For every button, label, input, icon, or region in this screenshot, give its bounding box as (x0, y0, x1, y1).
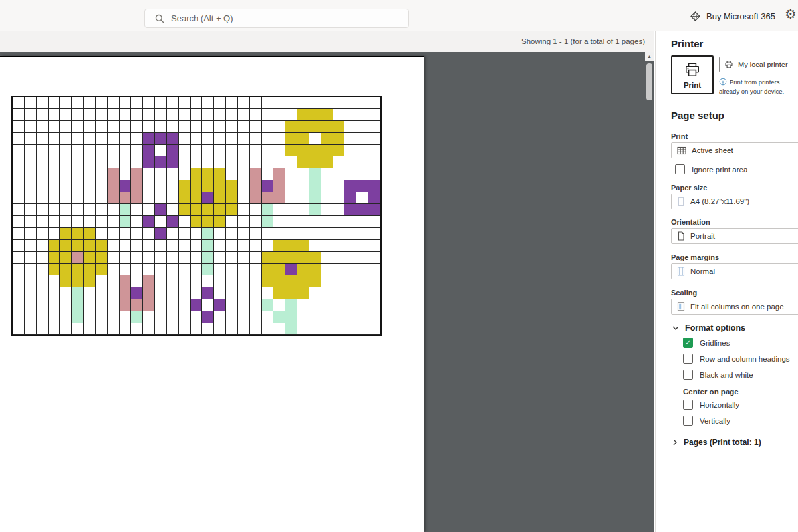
grid-cell (214, 311, 226, 323)
grid-cell (96, 121, 108, 133)
grid-cell (131, 133, 143, 145)
checkbox-box[interactable]: ✓ (683, 338, 693, 348)
grid-cell (238, 204, 250, 216)
page-margins-dropdown[interactable]: Normal (671, 263, 798, 279)
grid-cell (155, 311, 167, 323)
grid-cell (356, 145, 368, 157)
grid-cell (226, 192, 238, 204)
grid-cell (131, 275, 143, 287)
grid-cell (25, 275, 37, 287)
grid-cell (179, 145, 191, 157)
grid-cell (96, 264, 108, 276)
grid-cell (72, 192, 84, 204)
grid-cell (84, 180, 96, 192)
printer-select[interactable]: My local printer (719, 57, 798, 72)
grid-cell (297, 109, 309, 121)
grid-cell (273, 121, 285, 133)
grid-cell (120, 323, 132, 335)
black-and-white-checkbox[interactable]: Black and white (683, 370, 753, 380)
grid-cell (309, 299, 321, 311)
grid-cell (155, 97, 167, 109)
grid-cell (333, 133, 345, 145)
grid-cell (25, 264, 37, 276)
grid-cell (273, 192, 285, 204)
checkbox-box[interactable] (683, 370, 693, 380)
grid-cell (96, 287, 108, 299)
grid-cell (368, 192, 380, 204)
settings-gear-icon[interactable]: ⚙ (785, 6, 797, 22)
grid-cell (273, 168, 285, 180)
preview-scrollbar[interactable]: ▲ (645, 52, 654, 532)
grid-cell (155, 168, 167, 180)
grid-cell (155, 204, 167, 216)
grid-cell (84, 204, 96, 216)
grid-cell (155, 228, 167, 240)
grid-cell (250, 156, 262, 168)
row-column-headings-checkbox[interactable]: Row and column headings (683, 354, 790, 364)
grid-cell (333, 228, 345, 240)
center-on-page-title: Center on page (683, 388, 739, 396)
grid-cell (344, 204, 356, 216)
grid-cell (344, 121, 356, 133)
grid-cell (344, 299, 356, 311)
grid-cell (155, 264, 167, 276)
buy-microsoft-365-button[interactable]: Buy Microsoft 365 (690, 9, 775, 23)
grid-cell (108, 156, 120, 168)
grid-cell (226, 216, 238, 228)
grid-cell (72, 145, 84, 157)
grid-cell (226, 180, 238, 192)
grid-cell (49, 216, 61, 228)
gridlines-checkbox[interactable]: ✓ Gridlines (683, 338, 730, 348)
print-what-dropdown[interactable]: Active sheet (671, 142, 798, 158)
top-app-bar: Search (Alt + Q) Buy Microsoft 365 ⚙ (0, 0, 798, 31)
grid-cell (108, 133, 120, 145)
margins-icon (677, 267, 685, 276)
grid-cell (262, 180, 274, 192)
grid-cell (285, 204, 297, 216)
scrollbar-thumb[interactable] (646, 63, 652, 100)
grid-cell (321, 121, 333, 133)
grid-cell (96, 180, 108, 192)
checkbox-box[interactable] (683, 354, 693, 364)
grid-cell (84, 287, 96, 299)
grid-cell (155, 275, 167, 287)
checkbox-box[interactable] (675, 164, 685, 174)
checkbox-box[interactable] (683, 416, 693, 426)
paper-size-dropdown[interactable]: A4 (8.27"x11.69") (671, 194, 798, 209)
grid-cell (333, 121, 345, 133)
format-options-header[interactable]: Format options (672, 323, 745, 332)
grid-cell (238, 228, 250, 240)
grid-cell (72, 252, 84, 264)
grid-cell (72, 228, 84, 240)
pages-section-header[interactable]: Pages (Print total: 1) (672, 438, 761, 447)
buy-label: Buy Microsoft 365 (706, 11, 775, 21)
grid-cell (131, 264, 143, 276)
grid-cell (214, 252, 226, 264)
grid-cell (60, 109, 72, 121)
grid-cell (226, 145, 238, 157)
grid-cell (368, 121, 380, 133)
checkbox-box[interactable] (683, 400, 693, 410)
grid-cell (297, 97, 309, 109)
grid-cell (155, 109, 167, 121)
grid-cell (191, 311, 203, 323)
scaling-dropdown[interactable]: Fit all columns on one page (671, 299, 798, 315)
grid-cell (108, 287, 120, 299)
print-button[interactable]: Print (671, 55, 714, 94)
grid-cell (84, 299, 96, 311)
ignore-print-area-checkbox[interactable]: Ignore print area (675, 164, 747, 174)
grid-cell (356, 264, 368, 276)
scroll-up-button[interactable]: ▲ (645, 52, 654, 61)
grid-cell (120, 180, 132, 192)
vertically-checkbox[interactable]: Vertically (683, 416, 730, 426)
grid-cell (49, 228, 61, 240)
grid-cell (250, 145, 262, 157)
grid-cell (37, 204, 49, 216)
search-input[interactable]: Search (Alt + Q) (144, 9, 409, 28)
orientation-dropdown[interactable]: Portrait (671, 228, 798, 244)
grid-cell (84, 109, 96, 121)
horizontally-checkbox[interactable]: Horizontally (683, 400, 739, 410)
grid-cell (202, 264, 214, 276)
grid-cell (143, 287, 155, 299)
grid-cell (37, 228, 49, 240)
